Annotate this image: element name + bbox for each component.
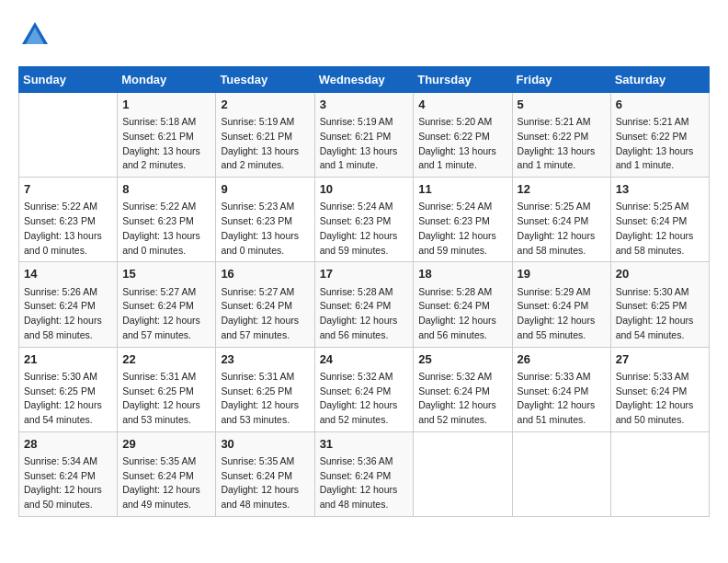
- day-info: Sunrise: 5:21 AM Sunset: 6:22 PM Dayligh…: [518, 115, 606, 173]
- calendar-cell: [19, 93, 118, 178]
- day-info: Sunrise: 5:33 AM Sunset: 6:24 PM Dayligh…: [518, 370, 606, 428]
- day-info: Sunrise: 5:30 AM Sunset: 6:25 PM Dayligh…: [24, 370, 112, 428]
- day-info: Sunrise: 5:29 AM Sunset: 6:24 PM Dayligh…: [518, 285, 606, 343]
- header-row: SundayMondayTuesdayWednesdayThursdayFrid…: [19, 67, 710, 93]
- day-number: 8: [122, 181, 210, 198]
- day-info: Sunrise: 5:35 AM Sunset: 6:24 PM Dayligh…: [122, 454, 210, 512]
- day-number: 28: [24, 436, 112, 453]
- day-info: Sunrise: 5:28 AM Sunset: 6:24 PM Dayligh…: [320, 285, 409, 343]
- day-number: 23: [221, 351, 309, 368]
- day-number: 26: [518, 351, 606, 368]
- day-number: 31: [320, 436, 409, 453]
- day-info: Sunrise: 5:23 AM Sunset: 6:23 PM Dayligh…: [221, 200, 309, 258]
- day-info: Sunrise: 5:26 AM Sunset: 6:24 PM Dayligh…: [24, 285, 112, 343]
- calendar-cell: [610, 431, 709, 516]
- calendar-cell: 1Sunrise: 5:18 AM Sunset: 6:21 PM Daylig…: [118, 93, 216, 178]
- day-info: Sunrise: 5:32 AM Sunset: 6:24 PM Dayligh…: [418, 370, 506, 428]
- day-number: 1: [122, 97, 210, 113]
- calendar-cell: 22Sunrise: 5:31 AM Sunset: 6:25 PM Dayli…: [118, 347, 216, 431]
- day-number: 22: [122, 351, 210, 368]
- calendar-cell: 20Sunrise: 5:30 AM Sunset: 6:25 PM Dayli…: [610, 262, 709, 347]
- weekday-header-wednesday: Wednesday: [314, 67, 414, 93]
- calendar-header: SundayMondayTuesdayWednesdayThursdayFrid…: [19, 67, 710, 93]
- page-header: [18, 18, 710, 52]
- day-info: Sunrise: 5:19 AM Sunset: 6:21 PM Dayligh…: [320, 115, 409, 173]
- day-number: 25: [418, 351, 506, 368]
- day-number: 17: [320, 266, 409, 282]
- day-info: Sunrise: 5:20 AM Sunset: 6:22 PM Dayligh…: [418, 115, 506, 173]
- calendar-cell: 31Sunrise: 5:36 AM Sunset: 6:24 PM Dayli…: [314, 431, 414, 516]
- calendar-cell: 29Sunrise: 5:35 AM Sunset: 6:24 PM Dayli…: [118, 431, 216, 516]
- calendar-cell: 7Sunrise: 5:22 AM Sunset: 6:23 PM Daylig…: [19, 178, 118, 262]
- calendar-cell: 4Sunrise: 5:20 AM Sunset: 6:22 PM Daylig…: [414, 93, 512, 178]
- weekday-header-sunday: Sunday: [19, 67, 118, 93]
- week-row-3: 21Sunrise: 5:30 AM Sunset: 6:25 PM Dayli…: [19, 347, 710, 431]
- day-info: Sunrise: 5:27 AM Sunset: 6:24 PM Dayligh…: [122, 285, 210, 343]
- day-number: 20: [616, 266, 704, 282]
- week-row-4: 28Sunrise: 5:34 AM Sunset: 6:24 PM Dayli…: [19, 431, 710, 516]
- day-number: 21: [24, 351, 112, 368]
- calendar-cell: 23Sunrise: 5:31 AM Sunset: 6:25 PM Dayli…: [216, 347, 314, 431]
- day-number: 9: [221, 181, 309, 198]
- weekday-header-thursday: Thursday: [414, 67, 512, 93]
- calendar-cell: 6Sunrise: 5:21 AM Sunset: 6:22 PM Daylig…: [610, 93, 709, 178]
- weekday-header-friday: Friday: [512, 67, 610, 93]
- calendar-cell: 25Sunrise: 5:32 AM Sunset: 6:24 PM Dayli…: [414, 347, 512, 431]
- day-info: Sunrise: 5:35 AM Sunset: 6:24 PM Dayligh…: [221, 454, 309, 512]
- week-row-2: 14Sunrise: 5:26 AM Sunset: 6:24 PM Dayli…: [19, 262, 710, 347]
- calendar-cell: [512, 431, 610, 516]
- day-info: Sunrise: 5:24 AM Sunset: 6:23 PM Dayligh…: [320, 200, 409, 258]
- calendar-cell: 30Sunrise: 5:35 AM Sunset: 6:24 PM Dayli…: [216, 431, 314, 516]
- day-info: Sunrise: 5:22 AM Sunset: 6:23 PM Dayligh…: [24, 200, 112, 258]
- calendar-cell: 2Sunrise: 5:19 AM Sunset: 6:21 PM Daylig…: [216, 93, 314, 178]
- calendar-cell: 8Sunrise: 5:22 AM Sunset: 6:23 PM Daylig…: [118, 178, 216, 262]
- calendar-cell: [414, 431, 512, 516]
- day-info: Sunrise: 5:21 AM Sunset: 6:22 PM Dayligh…: [616, 115, 704, 173]
- calendar-cell: 24Sunrise: 5:32 AM Sunset: 6:24 PM Dayli…: [314, 347, 414, 431]
- day-info: Sunrise: 5:34 AM Sunset: 6:24 PM Dayligh…: [24, 454, 112, 512]
- calendar-cell: 21Sunrise: 5:30 AM Sunset: 6:25 PM Dayli…: [19, 347, 118, 431]
- calendar-body: 1Sunrise: 5:18 AM Sunset: 6:21 PM Daylig…: [19, 93, 710, 517]
- day-number: 29: [122, 436, 210, 453]
- day-number: 11: [418, 181, 506, 198]
- day-number: 2: [221, 97, 309, 113]
- day-number: 12: [518, 181, 606, 198]
- day-number: 16: [221, 266, 309, 282]
- day-number: 5: [518, 97, 606, 113]
- day-number: 27: [616, 351, 704, 368]
- day-info: Sunrise: 5:25 AM Sunset: 6:24 PM Dayligh…: [616, 200, 704, 258]
- day-info: Sunrise: 5:28 AM Sunset: 6:24 PM Dayligh…: [418, 285, 506, 343]
- week-row-1: 7Sunrise: 5:22 AM Sunset: 6:23 PM Daylig…: [19, 178, 710, 262]
- calendar-cell: 16Sunrise: 5:27 AM Sunset: 6:24 PM Dayli…: [216, 262, 314, 347]
- day-info: Sunrise: 5:22 AM Sunset: 6:23 PM Dayligh…: [122, 200, 210, 258]
- day-number: 4: [418, 97, 506, 113]
- week-row-0: 1Sunrise: 5:18 AM Sunset: 6:21 PM Daylig…: [19, 93, 710, 178]
- day-number: 7: [24, 181, 112, 198]
- calendar-cell: 12Sunrise: 5:25 AM Sunset: 6:24 PM Dayli…: [512, 178, 610, 262]
- day-info: Sunrise: 5:19 AM Sunset: 6:21 PM Dayligh…: [221, 115, 309, 173]
- day-info: Sunrise: 5:24 AM Sunset: 6:23 PM Dayligh…: [418, 200, 506, 258]
- day-number: 19: [518, 266, 606, 282]
- calendar-cell: 13Sunrise: 5:25 AM Sunset: 6:24 PM Dayli…: [610, 178, 709, 262]
- calendar-cell: 10Sunrise: 5:24 AM Sunset: 6:23 PM Dayli…: [314, 178, 414, 262]
- day-info: Sunrise: 5:27 AM Sunset: 6:24 PM Dayligh…: [221, 285, 309, 343]
- day-number: 10: [320, 181, 409, 198]
- calendar-cell: 5Sunrise: 5:21 AM Sunset: 6:22 PM Daylig…: [512, 93, 610, 178]
- calendar-cell: 27Sunrise: 5:33 AM Sunset: 6:24 PM Dayli…: [610, 347, 709, 431]
- day-number: 24: [320, 351, 409, 368]
- calendar-cell: 19Sunrise: 5:29 AM Sunset: 6:24 PM Dayli…: [512, 262, 610, 347]
- day-number: 13: [616, 181, 704, 198]
- day-info: Sunrise: 5:31 AM Sunset: 6:25 PM Dayligh…: [221, 370, 309, 428]
- calendar-cell: 18Sunrise: 5:28 AM Sunset: 6:24 PM Dayli…: [414, 262, 512, 347]
- weekday-header-monday: Monday: [118, 67, 216, 93]
- day-info: Sunrise: 5:25 AM Sunset: 6:24 PM Dayligh…: [518, 200, 606, 258]
- calendar-cell: 26Sunrise: 5:33 AM Sunset: 6:24 PM Dayli…: [512, 347, 610, 431]
- logo: [18, 18, 57, 52]
- calendar-table: SundayMondayTuesdayWednesdayThursdayFrid…: [18, 66, 710, 517]
- calendar-cell: 17Sunrise: 5:28 AM Sunset: 6:24 PM Dayli…: [314, 262, 414, 347]
- day-info: Sunrise: 5:18 AM Sunset: 6:21 PM Dayligh…: [122, 115, 210, 173]
- weekday-header-tuesday: Tuesday: [216, 67, 314, 93]
- day-number: 15: [122, 266, 210, 282]
- calendar-cell: 15Sunrise: 5:27 AM Sunset: 6:24 PM Dayli…: [118, 262, 216, 347]
- calendar-cell: 28Sunrise: 5:34 AM Sunset: 6:24 PM Dayli…: [19, 431, 118, 516]
